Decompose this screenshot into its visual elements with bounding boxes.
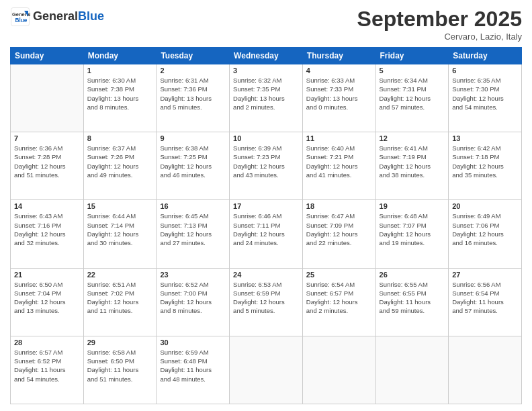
- col-wednesday: Wednesday: [230, 48, 303, 64]
- page: General Blue GeneralBlue September 2025 …: [0, 0, 532, 411]
- table-row: [11, 64, 84, 132]
- day-number: 10: [233, 134, 299, 142]
- day-info: Sunrise: 6:55 AM Sunset: 6:55 PM Dayligh…: [380, 280, 445, 316]
- table-row: 5Sunrise: 6:34 AM Sunset: 7:31 PM Daylig…: [375, 64, 449, 132]
- table-row: 20Sunrise: 6:49 AM Sunset: 7:06 PM Dayli…: [449, 200, 522, 268]
- table-row: [375, 336, 449, 404]
- day-number: 4: [306, 66, 372, 75]
- day-info: Sunrise: 6:57 AM Sunset: 6:52 PM Dayligh…: [14, 348, 80, 383]
- table-row: 28Sunrise: 6:57 AM Sunset: 6:52 PM Dayli…: [11, 336, 84, 404]
- table-row: 23Sunrise: 6:52 AM Sunset: 7:00 PM Dayli…: [157, 268, 230, 336]
- day-info: Sunrise: 6:45 AM Sunset: 7:13 PM Dayligh…: [160, 212, 226, 247]
- col-saturday: Saturday: [449, 48, 522, 64]
- table-row: 4Sunrise: 6:33 AM Sunset: 7:33 PM Daylig…: [302, 64, 375, 132]
- table-row: 27Sunrise: 6:56 AM Sunset: 6:54 PM Dayli…: [449, 268, 522, 336]
- table-row: 17Sunrise: 6:46 AM Sunset: 7:11 PM Dayli…: [230, 200, 303, 268]
- day-number: 30: [160, 338, 226, 347]
- day-number: 2: [160, 66, 226, 75]
- calendar-week-row: 7Sunrise: 6:36 AM Sunset: 7:28 PM Daylig…: [11, 132, 522, 200]
- table-row: 13Sunrise: 6:42 AM Sunset: 7:18 PM Dayli…: [449, 132, 522, 200]
- day-number: 16: [160, 202, 226, 210]
- day-info: Sunrise: 6:40 AM Sunset: 7:21 PM Dayligh…: [306, 144, 372, 179]
- day-info: Sunrise: 6:37 AM Sunset: 7:26 PM Dayligh…: [87, 144, 153, 179]
- day-number: 19: [380, 202, 445, 210]
- calendar-header-row: Sunday Monday Tuesday Wednesday Thursday…: [11, 48, 522, 64]
- table-row: 29Sunrise: 6:58 AM Sunset: 6:50 PM Dayli…: [83, 336, 157, 404]
- table-row: 16Sunrise: 6:45 AM Sunset: 7:13 PM Dayli…: [157, 200, 230, 268]
- table-row: 30Sunrise: 6:59 AM Sunset: 6:48 PM Dayli…: [157, 336, 230, 404]
- calendar-week-row: 1Sunrise: 6:30 AM Sunset: 7:38 PM Daylig…: [11, 64, 522, 132]
- day-number: 27: [452, 271, 518, 279]
- day-number: 9: [160, 134, 226, 142]
- table-row: 14Sunrise: 6:43 AM Sunset: 7:16 PM Dayli…: [11, 200, 84, 268]
- day-info: Sunrise: 6:59 AM Sunset: 6:48 PM Dayligh…: [160, 348, 226, 383]
- day-number: 21: [14, 271, 80, 279]
- table-row: 21Sunrise: 6:50 AM Sunset: 7:04 PM Dayli…: [11, 268, 84, 336]
- title-block: September 2025 Cervaro, Lazio, Italy: [357, 7, 522, 42]
- day-info: Sunrise: 6:39 AM Sunset: 7:23 PM Dayligh…: [233, 144, 299, 179]
- table-row: 12Sunrise: 6:41 AM Sunset: 7:19 PM Dayli…: [375, 132, 449, 200]
- day-info: Sunrise: 6:44 AM Sunset: 7:14 PM Dayligh…: [87, 212, 153, 247]
- day-info: Sunrise: 6:53 AM Sunset: 6:59 PM Dayligh…: [233, 280, 299, 316]
- table-row: 8Sunrise: 6:37 AM Sunset: 7:26 PM Daylig…: [83, 132, 157, 200]
- table-row: 6Sunrise: 6:35 AM Sunset: 7:30 PM Daylig…: [449, 64, 522, 132]
- col-friday: Friday: [375, 48, 449, 64]
- day-info: Sunrise: 6:56 AM Sunset: 6:54 PM Dayligh…: [452, 280, 518, 316]
- location: Cervaro, Lazio, Italy: [357, 32, 522, 42]
- svg-text:Blue: Blue: [15, 17, 28, 24]
- day-number: 12: [380, 134, 445, 142]
- month-title: September 2025: [357, 7, 522, 32]
- table-row: 9Sunrise: 6:38 AM Sunset: 7:25 PM Daylig…: [157, 132, 230, 200]
- day-number: 17: [233, 202, 299, 210]
- table-row: [449, 336, 522, 404]
- day-info: Sunrise: 6:41 AM Sunset: 7:19 PM Dayligh…: [380, 144, 445, 179]
- day-number: 18: [306, 202, 372, 210]
- calendar-week-row: 14Sunrise: 6:43 AM Sunset: 7:16 PM Dayli…: [11, 200, 522, 268]
- day-info: Sunrise: 6:31 AM Sunset: 7:36 PM Dayligh…: [160, 76, 226, 111]
- logo: General Blue GeneralBlue: [10, 7, 104, 27]
- table-row: [230, 336, 303, 404]
- day-number: 6: [452, 66, 518, 75]
- table-row: 11Sunrise: 6:40 AM Sunset: 7:21 PM Dayli…: [302, 132, 375, 200]
- day-number: 7: [14, 134, 80, 142]
- calendar-week-row: 28Sunrise: 6:57 AM Sunset: 6:52 PM Dayli…: [11, 336, 522, 404]
- table-row: 3Sunrise: 6:32 AM Sunset: 7:35 PM Daylig…: [230, 64, 303, 132]
- day-number: 25: [306, 271, 372, 279]
- day-info: Sunrise: 6:49 AM Sunset: 7:06 PM Dayligh…: [452, 212, 518, 247]
- day-info: Sunrise: 6:34 AM Sunset: 7:31 PM Dayligh…: [380, 76, 445, 111]
- day-number: 20: [452, 202, 518, 210]
- day-number: 29: [87, 338, 153, 347]
- table-row: 10Sunrise: 6:39 AM Sunset: 7:23 PM Dayli…: [230, 132, 303, 200]
- day-number: 14: [14, 202, 80, 210]
- table-row: 15Sunrise: 6:44 AM Sunset: 7:14 PM Dayli…: [83, 200, 157, 268]
- day-info: Sunrise: 6:51 AM Sunset: 7:02 PM Dayligh…: [87, 280, 153, 316]
- day-number: 22: [87, 271, 153, 279]
- day-info: Sunrise: 6:48 AM Sunset: 7:07 PM Dayligh…: [380, 212, 445, 247]
- table-row: [302, 336, 375, 404]
- day-info: Sunrise: 6:46 AM Sunset: 7:11 PM Dayligh…: [233, 212, 299, 247]
- day-info: Sunrise: 6:32 AM Sunset: 7:35 PM Dayligh…: [233, 76, 299, 111]
- calendar-week-row: 21Sunrise: 6:50 AM Sunset: 7:04 PM Dayli…: [11, 268, 522, 336]
- col-sunday: Sunday: [11, 48, 84, 64]
- day-info: Sunrise: 6:35 AM Sunset: 7:30 PM Dayligh…: [452, 76, 518, 111]
- day-number: 1: [87, 66, 153, 75]
- calendar: Sunday Monday Tuesday Wednesday Thursday…: [10, 47, 522, 404]
- logo-text: GeneralBlue: [33, 10, 104, 24]
- table-row: 7Sunrise: 6:36 AM Sunset: 7:28 PM Daylig…: [11, 132, 84, 200]
- day-number: 13: [452, 134, 518, 142]
- day-number: 23: [160, 271, 226, 279]
- col-monday: Monday: [83, 48, 157, 64]
- day-number: 24: [233, 271, 299, 279]
- day-info: Sunrise: 6:38 AM Sunset: 7:25 PM Dayligh…: [160, 144, 226, 179]
- day-info: Sunrise: 6:50 AM Sunset: 7:04 PM Dayligh…: [14, 280, 80, 316]
- table-row: 26Sunrise: 6:55 AM Sunset: 6:55 PM Dayli…: [375, 268, 449, 336]
- day-number: 11: [306, 134, 372, 142]
- day-info: Sunrise: 6:47 AM Sunset: 7:09 PM Dayligh…: [306, 212, 372, 247]
- day-info: Sunrise: 6:30 AM Sunset: 7:38 PM Dayligh…: [87, 76, 153, 111]
- day-number: 8: [87, 134, 153, 142]
- day-number: 15: [87, 202, 153, 210]
- table-row: 22Sunrise: 6:51 AM Sunset: 7:02 PM Dayli…: [83, 268, 157, 336]
- table-row: 18Sunrise: 6:47 AM Sunset: 7:09 PM Dayli…: [302, 200, 375, 268]
- day-number: 28: [14, 338, 80, 347]
- logo-icon: General Blue: [10, 7, 30, 27]
